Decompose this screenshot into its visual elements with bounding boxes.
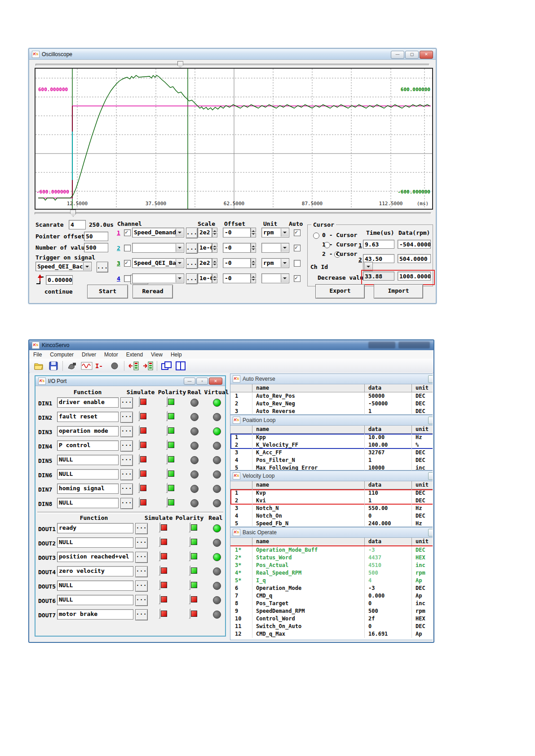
din-simulate-button[interactable] bbox=[138, 396, 140, 407]
param-data[interactable]: 0 bbox=[364, 623, 411, 630]
din-simulate-button[interactable] bbox=[138, 483, 140, 493]
dout-polarity-button[interactable] bbox=[189, 608, 190, 619]
channel-offset-input[interactable]: -0 bbox=[223, 258, 251, 268]
table-row[interactable]: 4 Notch_On 0 DEC bbox=[230, 512, 433, 520]
din-simulate-button[interactable] bbox=[138, 497, 140, 507]
table-row[interactable]: 2 Kvi 1 DEC bbox=[230, 497, 433, 505]
table-row[interactable]: 1 Kvp 110 DEC bbox=[230, 489, 433, 497]
din-polarity-button[interactable] bbox=[166, 454, 168, 464]
cursor0-radio[interactable] bbox=[313, 233, 319, 239]
chevron-down-icon[interactable] bbox=[281, 229, 288, 237]
table-row[interactable]: 1 Kpp 10.00 Hz bbox=[230, 434, 433, 441]
din-function-input[interactable]: fault reset bbox=[57, 412, 119, 422]
param-data[interactable]: 550.00 bbox=[364, 505, 411, 512]
cursor2-data-field[interactable]: 504.0000 bbox=[398, 254, 431, 263]
cursor2-radio-label[interactable]: 2 - Cursor bbox=[322, 251, 357, 257]
din-browse-button[interactable]: ... bbox=[120, 412, 133, 423]
import-button[interactable]: Import bbox=[374, 284, 423, 299]
channel-unit-select[interactable] bbox=[261, 273, 289, 283]
din-function-input[interactable]: homing signal bbox=[57, 483, 119, 494]
scale-spinner[interactable] bbox=[212, 228, 217, 237]
cursor1-time-field[interactable]: 9.63 bbox=[363, 240, 394, 249]
auto-reverse-titlebar[interactable]: Ks Auto Reverse bbox=[230, 374, 433, 384]
horizontal-scroll-slider-top[interactable] bbox=[35, 61, 429, 67]
param-data[interactable]: -3 bbox=[364, 546, 411, 554]
windows-icon[interactable] bbox=[161, 361, 172, 371]
layout-icon[interactable] bbox=[175, 361, 186, 371]
channel-auto-checkbox[interactable] bbox=[294, 229, 301, 236]
dout-simulate-button[interactable] bbox=[159, 580, 160, 590]
menu-computer[interactable]: Computer bbox=[46, 352, 78, 358]
oscilloscope-titlebar[interactable]: Ks Oscilloscope — ▢ ✕ bbox=[29, 49, 436, 60]
table-row[interactable]: 5 Speed_Fb_N 240.000 Hz bbox=[230, 520, 433, 527]
scale-spinner[interactable] bbox=[212, 243, 217, 253]
dout-function-input[interactable]: NULL bbox=[57, 537, 133, 548]
param-data[interactable]: 32767 bbox=[364, 449, 411, 457]
dout-function-input[interactable]: NULL bbox=[57, 580, 133, 591]
minimize-icon[interactable] bbox=[428, 472, 433, 480]
table-row[interactable]: 3 Auto Reverse 1 DEC bbox=[230, 408, 433, 415]
param-data[interactable]: 1 bbox=[364, 408, 411, 415]
channel-offset-input[interactable]: -0 bbox=[223, 273, 251, 283]
dout-simulate-button[interactable] bbox=[159, 565, 160, 576]
table-row[interactable]: 10 Control_Word 2f HEX bbox=[230, 615, 433, 623]
table-row[interactable]: 1* Operation_Mode_Buff -3 DEC bbox=[230, 546, 433, 554]
din-polarity-button[interactable] bbox=[166, 396, 168, 407]
channel-unit-select[interactable] bbox=[261, 243, 289, 253]
dout-simulate-button[interactable] bbox=[159, 536, 160, 547]
channel-scale-input[interactable]: 2e2 bbox=[198, 258, 212, 268]
dout-polarity-button[interactable] bbox=[189, 580, 190, 590]
table-row[interactable]: 11 Switch_On_Auto 0 DEC bbox=[230, 623, 433, 630]
oscilloscope-icon[interactable] bbox=[81, 361, 92, 371]
din-function-input[interactable]: driver enable bbox=[57, 397, 119, 408]
din-function-input[interactable]: operation mode bbox=[57, 426, 119, 436]
channel-scale-input[interactable]: 1e-6 bbox=[198, 273, 212, 283]
motor-icon[interactable] bbox=[66, 361, 77, 371]
channel-browse-button[interactable]: ... bbox=[186, 273, 198, 284]
dout-function-input[interactable]: position reached+vel bbox=[57, 552, 133, 562]
param-data[interactable]: 0 bbox=[364, 600, 411, 607]
channel-enable-checkbox[interactable] bbox=[124, 260, 131, 267]
dout-polarity-button[interactable] bbox=[189, 536, 190, 547]
channel-browse-button[interactable]: ... bbox=[186, 258, 198, 269]
dout-browse-button[interactable]: ... bbox=[135, 552, 148, 563]
menu-view[interactable]: View bbox=[147, 352, 167, 358]
param-data[interactable]: 240.000 bbox=[364, 520, 411, 527]
din-simulate-button[interactable] bbox=[138, 440, 140, 450]
dout-polarity-button[interactable] bbox=[189, 594, 190, 604]
table-row[interactable]: 4 Pos_Filter_N 1 DEC bbox=[230, 457, 433, 464]
table-row[interactable]: 3 K_Acc_FF 32767 DEC bbox=[230, 449, 433, 457]
din-polarity-button[interactable] bbox=[166, 425, 168, 435]
basic-operate-titlebar[interactable]: Ks Basic Operate bbox=[230, 527, 433, 538]
channel-signal-select[interactable]: Speed_QEI_Bac bbox=[132, 258, 184, 268]
table-row[interactable]: 7 CMD_q 0.000 Ap bbox=[230, 592, 433, 600]
chevron-down-icon[interactable] bbox=[364, 263, 372, 270]
channel-enable-checkbox[interactable] bbox=[124, 275, 131, 282]
param-data[interactable]: 10.00 bbox=[364, 434, 411, 441]
trigger-level-input[interactable]: 0.00000 bbox=[46, 275, 73, 285]
dout-browse-button[interactable]: ... bbox=[135, 580, 148, 592]
maximize-icon[interactable]: ▢ bbox=[405, 51, 419, 59]
export-button[interactable]: Export bbox=[315, 284, 365, 299]
param-data[interactable]: 50000 bbox=[364, 392, 411, 400]
channel-offset-input[interactable]: -0 bbox=[223, 243, 251, 253]
start-button[interactable]: Start bbox=[87, 285, 128, 299]
channel-signal-select[interactable] bbox=[132, 243, 184, 253]
channel-enable-checkbox[interactable] bbox=[124, 229, 131, 236]
open-icon[interactable] bbox=[34, 361, 44, 371]
chevron-down-icon[interactable] bbox=[281, 259, 288, 267]
channel-auto-checkbox[interactable] bbox=[294, 260, 301, 267]
cursor0-radio-label[interactable]: 0 - Cursor bbox=[322, 232, 357, 238]
din-polarity-button[interactable] bbox=[166, 411, 168, 421]
channel-signal-select[interactable] bbox=[132, 273, 184, 283]
table-row[interactable]: 5* I_q 4 Ap bbox=[230, 577, 433, 585]
dout-browse-button[interactable]: ... bbox=[135, 566, 148, 577]
offset-spinner[interactable] bbox=[251, 273, 256, 283]
chevron-down-icon[interactable] bbox=[176, 274, 183, 282]
dout-polarity-button[interactable] bbox=[189, 565, 190, 576]
chevron-down-icon[interactable] bbox=[281, 244, 288, 252]
horizontal-scroll-slider-bottom[interactable] bbox=[35, 210, 431, 216]
close-icon[interactable]: ✕ bbox=[209, 378, 222, 385]
velocity-loop-titlebar[interactable]: Ks Velocity Loop bbox=[230, 471, 433, 481]
chevron-down-icon[interactable] bbox=[281, 274, 288, 282]
